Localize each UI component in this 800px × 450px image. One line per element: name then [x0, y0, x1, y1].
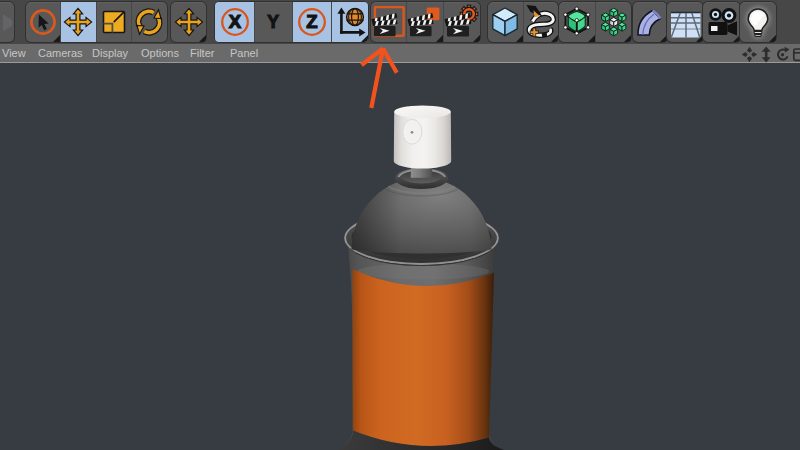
svg-text:Z: Z	[306, 11, 317, 32]
svg-text:Y: Y	[267, 12, 279, 32]
svg-text:X: X	[228, 11, 241, 32]
